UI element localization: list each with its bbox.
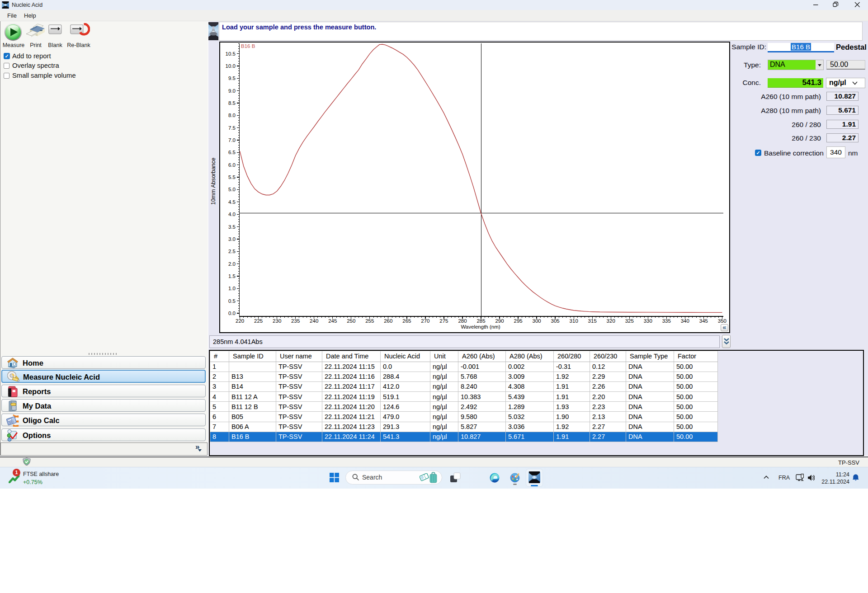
svg-text:10.5: 10.5 (226, 51, 236, 56)
svg-text:8.0: 8.0 (228, 113, 236, 118)
svg-text:335: 335 (662, 318, 671, 324)
svg-text:7.0: 7.0 (228, 137, 236, 143)
svg-text:305: 305 (551, 318, 560, 324)
svg-text:10.0: 10.0 (226, 63, 236, 69)
svg-text:325: 325 (625, 318, 634, 324)
svg-text:6.5: 6.5 (228, 150, 236, 155)
svg-text:350: 350 (718, 318, 726, 324)
svg-text:1.5: 1.5 (228, 273, 236, 279)
svg-text:300: 300 (533, 318, 541, 324)
svg-text:295: 295 (514, 318, 523, 324)
svg-text:6.0: 6.0 (228, 162, 236, 168)
svg-text:220: 220 (236, 318, 244, 324)
svg-text:275: 275 (439, 318, 448, 324)
svg-text:9.5: 9.5 (228, 75, 236, 81)
svg-text:265: 265 (402, 318, 411, 324)
svg-text:Wavelength (nm): Wavelength (nm) (461, 324, 500, 329)
svg-text:2.5: 2.5 (228, 249, 236, 254)
svg-text:330: 330 (644, 318, 652, 324)
svg-text:315: 315 (588, 318, 597, 324)
svg-text:240: 240 (310, 318, 318, 324)
svg-text:8.5: 8.5 (228, 100, 236, 106)
svg-text:320: 320 (607, 318, 615, 324)
svg-text:290: 290 (495, 318, 504, 324)
svg-text:0.5: 0.5 (228, 298, 236, 304)
svg-text:230: 230 (273, 318, 281, 324)
svg-text:260: 260 (384, 318, 392, 324)
svg-text:270: 270 (421, 318, 429, 324)
svg-text:5.0: 5.0 (228, 187, 236, 192)
svg-text:225: 225 (254, 318, 263, 324)
svg-text:5.5: 5.5 (228, 174, 236, 180)
svg-text:0.0: 0.0 (228, 311, 236, 316)
svg-text:280: 280 (458, 318, 467, 324)
svg-text:2.0: 2.0 (228, 261, 236, 267)
svg-text:345: 345 (699, 318, 708, 324)
svg-text:3.0: 3.0 (228, 236, 236, 242)
svg-text:235: 235 (291, 318, 300, 324)
svg-text:285: 285 (476, 318, 485, 324)
svg-text:340: 340 (681, 318, 689, 324)
svg-text:245: 245 (328, 318, 337, 324)
svg-text:3.5: 3.5 (228, 224, 236, 230)
svg-text:1.0: 1.0 (228, 286, 236, 291)
svg-text:4.5: 4.5 (228, 199, 236, 205)
svg-text:9.0: 9.0 (228, 88, 236, 94)
svg-text:4.0: 4.0 (228, 212, 236, 217)
svg-text:310: 310 (570, 318, 578, 324)
svg-text:7.5: 7.5 (228, 125, 236, 131)
svg-text:B16 B: B16 B (241, 43, 255, 49)
svg-text:250: 250 (347, 318, 355, 324)
svg-text:255: 255 (365, 318, 374, 324)
